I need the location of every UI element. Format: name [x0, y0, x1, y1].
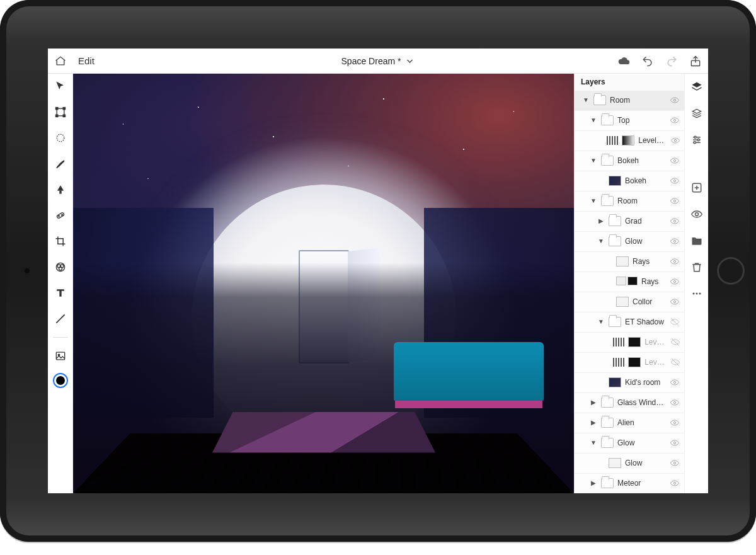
add-button[interactable] [689, 180, 705, 196]
disclosure-icon[interactable]: ▶ [590, 420, 597, 426]
lasso-tool[interactable] [52, 129, 69, 147]
clone-tool[interactable] [52, 181, 69, 198]
disclosure-icon[interactable]: ▼ [597, 319, 605, 325]
svg-rect-5 [63, 115, 65, 117]
layer-row[interactable]: Rays [575, 272, 684, 292]
disclosure-icon[interactable]: ▶ [590, 399, 597, 406]
layer-thumb [628, 357, 641, 367]
canvas-area[interactable] [73, 74, 574, 493]
svg-point-9 [58, 215, 59, 217]
layer-row[interactable]: Levels 5… [575, 353, 684, 373]
layer-row[interactable]: ▶Glass Window [575, 393, 684, 413]
visibility-on-icon[interactable] [669, 398, 680, 408]
visibility-on-icon[interactable] [669, 236, 680, 246]
line-tool[interactable] [52, 310, 69, 328]
layer-row[interactable]: Levels 521 [575, 333, 684, 353]
visibility-off-icon[interactable] [669, 317, 680, 327]
layers-button[interactable] [689, 79, 705, 95]
visibility-on-icon[interactable] [670, 135, 680, 146]
visibility-on-icon[interactable] [669, 156, 680, 166]
foreground-color[interactable] [53, 373, 68, 388]
disclosure-icon[interactable]: ▼ [590, 157, 597, 164]
layer-row[interactable]: ▼Room [575, 192, 684, 212]
more-button[interactable] [689, 285, 705, 302]
folder-button[interactable] [689, 232, 705, 249]
brush-tool[interactable] [52, 155, 69, 173]
visibility-off-icon[interactable] [670, 357, 680, 367]
visibility-on-icon[interactable] [669, 95, 680, 105]
visibility-on-icon[interactable] [669, 277, 680, 287]
layer-row[interactable]: Bokeh [575, 171, 684, 192]
place-image-tool[interactable] [52, 347, 69, 365]
layer-row[interactable]: Glow [575, 454, 684, 474]
layer-row[interactable]: Rays [575, 252, 684, 272]
layer-row[interactable]: Levels 640 [575, 131, 684, 151]
layer-comp-button[interactable] [689, 105, 705, 122]
visibility-on-icon[interactable] [669, 377, 680, 387]
disclosure-icon[interactable]: ▼ [590, 117, 597, 123]
disclosure-icon[interactable]: ▼ [590, 440, 597, 446]
layer-row[interactable]: ▼Bokeh [575, 151, 684, 171]
visibility-on-icon[interactable] [669, 176, 680, 186]
svg-point-19 [674, 139, 676, 141]
visibility-on-icon[interactable] [669, 478, 680, 488]
svg-rect-3 [63, 108, 65, 110]
layer-row[interactable]: ▼Top [575, 111, 684, 131]
visibility-on-icon[interactable] [669, 256, 680, 266]
disclosure-icon[interactable]: ▶ [590, 480, 597, 486]
crop-tool[interactable] [52, 232, 69, 250]
visibility-button[interactable] [689, 206, 705, 222]
sliders-button[interactable] [689, 132, 705, 148]
layer-row[interactable]: ▶Alien [575, 413, 684, 433]
folder-icon [601, 398, 614, 408]
layer-row[interactable]: ▼Glow [575, 433, 684, 454]
layer-row[interactable]: Kid's room [575, 373, 684, 393]
layer-label: Glow [617, 438, 665, 447]
folder-icon [593, 95, 606, 105]
svg-point-27 [673, 300, 675, 302]
svg-point-24 [673, 240, 675, 242]
visibility-on-icon[interactable] [669, 438, 680, 448]
svg-point-25 [673, 260, 675, 262]
adjust-tool[interactable] [52, 258, 69, 276]
levels-icon [607, 136, 618, 145]
disclosure-icon[interactable]: ▶ [597, 218, 605, 224]
disclosure-icon[interactable]: ▼ [582, 97, 590, 103]
transform-tool[interactable] [52, 103, 69, 121]
disclosure-icon[interactable]: ▼ [590, 198, 597, 204]
document-title[interactable]: Space Dream * [341, 56, 415, 66]
move-tool[interactable] [52, 77, 69, 95]
redo-icon[interactable] [665, 55, 678, 67]
layer-row[interactable]: ▼Glow [575, 232, 684, 252]
visibility-on-icon[interactable] [669, 216, 680, 226]
cloud-icon[interactable] [617, 55, 630, 67]
visibility-on-icon[interactable] [669, 297, 680, 307]
visibility-off-icon[interactable] [670, 337, 680, 347]
type-tool[interactable] [52, 284, 69, 302]
ipad-home-button[interactable] [717, 257, 745, 285]
share-icon[interactable] [689, 55, 702, 67]
visibility-on-icon[interactable] [669, 418, 680, 428]
home-icon[interactable] [54, 55, 67, 67]
edit-menu[interactable]: Edit [78, 55, 94, 66]
heal-tool[interactable] [52, 207, 69, 224]
folder-icon [601, 438, 614, 448]
visibility-on-icon[interactable] [669, 196, 680, 206]
svg-point-32 [673, 462, 675, 464]
visibility-on-icon[interactable] [669, 458, 680, 468]
ipad-camera [24, 268, 30, 274]
svg-point-22 [673, 200, 675, 202]
svg-point-40 [692, 293, 694, 295]
svg-point-14 [59, 267, 62, 270]
undo-icon[interactable] [641, 55, 654, 67]
layer-row[interactable]: ▶Meteor [575, 474, 684, 493]
layer-row[interactable]: Collor [575, 292, 684, 312]
layer-row[interactable]: ▼Room [575, 91, 684, 111]
layer-row[interactable]: ▼ET Shadow [575, 312, 684, 333]
folder-icon [601, 478, 614, 488]
visibility-on-icon[interactable] [669, 115, 680, 125]
layer-row[interactable]: ▶Grad [575, 212, 684, 232]
disclosure-icon[interactable]: ▼ [597, 238, 605, 244]
trash-button[interactable] [689, 259, 705, 275]
layers-list[interactable]: ▼Room▼TopLevels 640▼BokehBokeh▼Room▶Grad… [575, 91, 684, 493]
